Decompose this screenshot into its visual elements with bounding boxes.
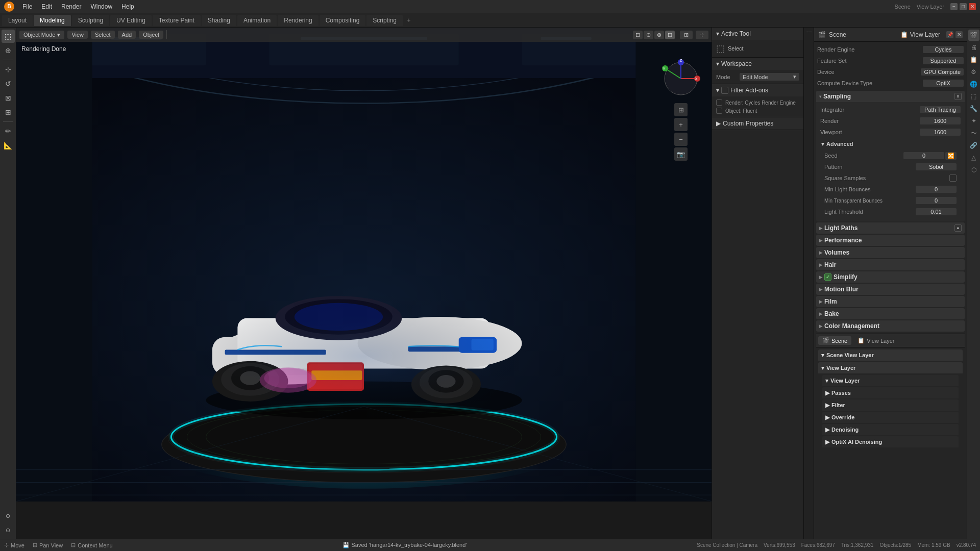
window-maximize[interactable]: □ [960,3,967,10]
output-properties-icon[interactable]: 🖨 [968,42,979,53]
filter-section[interactable]: ▶ Filter [822,399,959,411]
constraints-properties-icon[interactable]: 🔗 [968,140,979,151]
motion-blur-header[interactable]: ▶ Motion Blur [816,284,965,295]
workspace-header[interactable]: ▾ Workspace [712,58,803,70]
scene-properties-icon[interactable]: ⚙ [968,66,979,78]
device-value[interactable]: GPU Compute [921,68,964,76]
tab-sculpting[interactable]: Sculpting [72,15,109,26]
rendered-shading[interactable]: ⊡ [665,31,675,39]
tool-cursor[interactable]: ⊕ [2,44,15,57]
min-transparent-value[interactable]: 0 [916,197,957,204]
performance-header[interactable]: ▶ Performance [816,235,965,246]
mode-dropdown[interactable]: Edit Mode ▾ [740,73,799,81]
tab-shading[interactable]: Shading [202,15,236,26]
sampling-header[interactable]: ▾ Sampling ≡ [816,91,965,102]
viewport[interactable]: Object Mode ▾ View Select Add Object ⊟ ⊙… [16,28,712,539]
viewport-samples-value[interactable]: 1600 [920,129,961,136]
tool-extra-2[interactable]: ⊙ [2,523,15,537]
object-properties-icon[interactable]: ⬚ [968,91,979,102]
color-management-header[interactable]: ▶ Color Management [816,320,965,332]
advanced-header[interactable]: ▾ Advanced [819,139,962,149]
particles-properties-icon[interactable]: ✦ [968,115,979,127]
tab-compositing[interactable]: Compositing [320,15,366,26]
custom-properties-header[interactable]: ▶ Custom Properties [712,117,803,130]
tab-rendering[interactable]: Rendering [278,15,318,26]
tool-extra-1[interactable]: ⊙ [2,509,15,522]
viewport-overlays-btn[interactable]: ⊞ [680,31,693,39]
window-minimize[interactable]: − [950,3,958,10]
solid-shading[interactable]: ⊙ [644,31,653,39]
camera-view[interactable]: 📷 [674,147,688,161]
tool-annotate[interactable]: ✏ [2,124,15,138]
view-menu[interactable]: View [67,31,88,39]
add-workspace-button[interactable]: + [404,15,414,26]
min-light-value[interactable]: 0 [916,186,957,193]
render-engine-value[interactable]: Cycles [923,46,964,53]
window-close[interactable]: ✕ [969,3,976,10]
wireframe-shading[interactable]: ⊟ [633,31,643,39]
menu-window[interactable]: Window [86,2,116,11]
tab-uv-editing[interactable]: UV Editing [110,15,152,26]
object-menu[interactable]: Object [139,31,163,39]
denoising-section[interactable]: ▶ Denoising [822,424,959,435]
tab-animation[interactable]: Animation [237,15,277,26]
sampling-presets[interactable]: ≡ [954,93,962,100]
tool-move[interactable]: ⊹ [2,63,15,76]
tool-select[interactable]: ⬚ [2,30,15,43]
light-paths-header[interactable]: ▶ Light Paths ≡ [816,222,965,234]
optix-denoising-section[interactable]: ▶ OptiX AI Denoising [822,436,959,447]
seed-value[interactable]: 0 [903,152,944,159]
override-section[interactable]: ▶ Override [822,412,959,423]
cycles-checkbox[interactable] [716,99,722,106]
menu-render[interactable]: Render [57,2,85,11]
scene-tab[interactable]: 🎬 Scene [818,336,851,345]
active-tool-header[interactable]: ▾ Active Tool [712,28,803,40]
gizmo-toggle-btn[interactable]: ⊹ [696,31,708,39]
view-layer-section[interactable]: ▾ View Layer [822,375,959,386]
fluent-checkbox[interactable] [716,108,722,114]
modifier-properties-icon[interactable]: 🔧 [968,103,979,114]
physics-properties-icon[interactable]: 〜 [968,128,979,139]
menu-file[interactable]: File [18,2,36,11]
tool-measure[interactable]: 📐 [2,139,15,152]
compute-device-value[interactable]: OptiX [923,80,964,87]
zoom-to-fit[interactable]: ⊞ [674,103,688,116]
bake-header[interactable]: ▶ Bake [816,308,965,319]
tab-layout[interactable]: Layout [2,15,33,26]
pattern-value[interactable]: Sobol [916,163,957,170]
hair-header[interactable]: ▶ Hair [816,259,965,270]
filter-addons-checkbox[interactable] [721,87,728,94]
tab-scripting[interactable]: Scripting [366,15,403,26]
menu-edit[interactable]: Edit [37,2,56,11]
tool-scale[interactable]: ⊠ [2,91,15,105]
tab-modeling[interactable]: Modeling [34,15,71,26]
material-properties-icon[interactable]: ⬡ [968,164,979,176]
simplify-checkbox[interactable]: ✓ [824,273,831,281]
volumes-header[interactable]: ▶ Volumes [816,247,965,258]
view-layer-properties-icon[interactable]: 📋 [968,54,979,65]
tool-panel-resize[interactable]: ┆ [806,31,812,33]
add-menu[interactable]: Add [118,31,136,39]
panel-pin[interactable]: 📌 [946,31,953,38]
zoom-in[interactable]: + [674,118,688,131]
object-mode-select[interactable]: Object Mode ▾ [19,31,64,39]
zoom-controls[interactable]: ⊞ + − 📷 [674,103,688,161]
square-samples-checkbox[interactable] [949,174,957,182]
render-samples-value[interactable]: 1600 [920,117,961,124]
tool-transform[interactable]: ⊞ [2,106,15,119]
world-properties-icon[interactable]: 🌐 [968,79,979,90]
render-properties-icon[interactable]: 🎬 [968,30,979,41]
tool-rotate[interactable]: ↺ [2,77,15,90]
light-paths-presets[interactable]: ≡ [954,224,962,232]
integrator-value[interactable]: Path Tracing [920,106,961,113]
sv-view-layer-header[interactable]: ▾ Scene View Layer [818,349,963,361]
simplify-header[interactable]: ▶ ✓ Simplify [816,271,965,283]
passes-section[interactable]: ▶ Passes [822,387,959,398]
sv-view-layer2-header[interactable]: ▾ View Layer [818,362,963,373]
select-menu[interactable]: Select [91,31,115,39]
feature-set-value[interactable]: Supported [923,57,964,64]
panel-close[interactable]: ✕ [955,31,963,38]
zoom-out[interactable]: − [674,133,688,146]
view-layer-tab[interactable]: 📋 View Layer [853,336,898,345]
film-header[interactable]: ▶ Film [816,296,965,307]
